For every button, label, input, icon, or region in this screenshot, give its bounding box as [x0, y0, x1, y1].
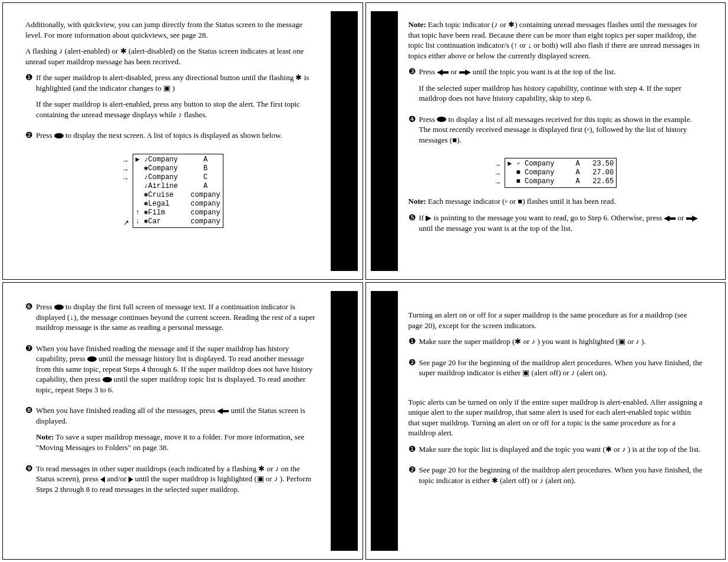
up-arrow-button-icon: [217, 408, 229, 414]
alert-disabled-icon: ✱: [120, 47, 127, 55]
step-5: ❺ If ▶ is pointing to the message you wa…: [409, 213, 703, 239]
topic-step-1: ❶ Make sure the topic list is displayed …: [409, 444, 703, 461]
svg-marker-1: [459, 70, 471, 75]
manual-page-4: Turning an alert on or off for a super m…: [365, 282, 726, 560]
step-6: ❻ Press to display the first full screen…: [25, 302, 320, 339]
intro-para-1: Additionally, with quickview, you can ju…: [25, 19, 320, 40]
alert-step-2: ❷ See page 20 for the beginning of the m…: [409, 358, 703, 384]
alert-intro: Turning an alert on or off for a super m…: [409, 310, 703, 330]
thumb-tab: [331, 11, 358, 271]
step-9: ❾ To read messages in other super maildr…: [25, 464, 320, 501]
svg-marker-4: [217, 408, 229, 414]
right-button-icon: [129, 477, 133, 482]
thumb-tab: [331, 291, 358, 551]
svg-marker-3: [686, 216, 698, 222]
up-arrow-button-icon: [437, 70, 449, 75]
manual-page-2: Note: Each topic indicator (♪ or ✱) cont…: [365, 2, 726, 280]
down-arrow-button-icon: [459, 70, 471, 75]
message-list-screen: → → → ▶ ▫ Company A 23.50 ■ Company A 27…: [409, 156, 703, 193]
oval-button-icon: [437, 117, 446, 122]
up-arrow-button-icon: [664, 216, 676, 222]
topic-list-screen: → → → ↗ ▶ ♪Company A ✱Company B ♪Company…: [25, 151, 320, 233]
svg-marker-2: [664, 216, 676, 222]
oval-button-icon: [103, 377, 112, 382]
step-2: ❷ Press to display the next screen. A li…: [25, 130, 320, 147]
intro-para-2: A flashing ♪ (alert-enabled) or ✱ (alert…: [25, 46, 320, 67]
step-8: ❽ When you have finished reading all of …: [25, 405, 320, 458]
manual-page-1: Additionally, with quickview, you can ju…: [2, 2, 363, 280]
left-button-icon: [100, 477, 105, 482]
topic-alert-intro: Topic alerts can be turned on only if th…: [409, 397, 703, 438]
step-4: ❹ Press to display a list of all message…: [409, 114, 703, 151]
down-arrow-button-icon: [686, 216, 698, 222]
step-1: ❶ If the super maildrop is alert-disable…: [25, 72, 320, 125]
note-message-indicator: Note: Each message indicator (▫ or ■) fl…: [409, 196, 703, 207]
oval-button-icon: [54, 133, 64, 138]
alert-step-1: ❶ Make sure the super maildrop (✱ or ♪ )…: [409, 336, 703, 353]
manual-page-3: ❻ Press to display the first full screen…: [2, 282, 363, 560]
topic-step-2: ❷ See page 20 for the beginning of the m…: [409, 465, 703, 491]
svg-marker-0: [437, 70, 449, 75]
note-topic-indicator: Note: Each topic indicator (♪ or ✱) cont…: [409, 19, 703, 61]
oval-button-icon: [54, 305, 64, 310]
thumb-tab: [371, 291, 398, 551]
oval-button-icon: [87, 356, 97, 362]
step-3: ❸ Press or until the topic you want is a…: [409, 67, 703, 110]
step-7: ❼ When you have finished reading the mes…: [25, 343, 320, 401]
thumb-tab: [371, 11, 398, 271]
